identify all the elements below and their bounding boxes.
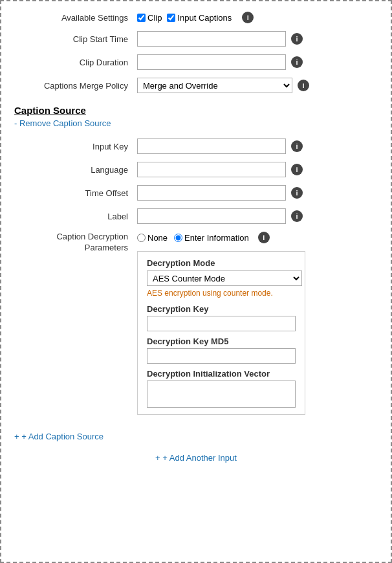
decryption-mode-select[interactable]: AES Counter Mode AES CBC Mode [147,270,302,286]
label-field-info-icon[interactable]: i [291,210,303,222]
decryption-key-md5-input[interactable] [147,348,296,364]
clip-checkbox[interactable] [137,14,146,22]
input-key-label: Input Key [14,142,137,151]
time-offset-label: Time Offset [14,188,137,198]
radio-none-label: None [147,233,168,243]
available-settings-info-icon[interactable]: i [242,12,254,23]
available-settings-label: Available Settings [14,13,137,23]
decryption-key-md5-title: Decryption Key MD5 [147,337,296,346]
radio-enter-info-label: Enter Information [184,233,249,243]
caption-source-title: Caption Source [14,105,378,116]
language-input[interactable] [137,162,286,177]
clip-duration-info-icon[interactable]: i [291,56,303,68]
input-captions-checkbox[interactable] [167,14,175,22]
decryption-mode-description: AES encryption using counter mode. [147,289,296,298]
time-offset-input[interactable] [137,185,286,201]
input-key-input[interactable] [137,138,286,154]
remove-caption-source-link[interactable]: Remove Caption Source [14,118,111,128]
captions-merge-policy-info-icon[interactable]: i [298,80,309,91]
time-offset-info-icon[interactable]: i [291,187,303,199]
decryption-key-title: Decryption Key [147,304,296,314]
decryption-key-input[interactable] [147,316,296,331]
label-field-input[interactable] [137,208,286,224]
decryption-box: Decryption Mode AES Counter Mode AES CBC… [137,251,305,415]
input-captions-label: Input Captions [177,13,232,23]
add-caption-source-link[interactable]: + Add Caption Source [14,432,103,441]
clip-duration-label: Clip Duration [14,58,137,67]
language-label: Language [14,165,137,175]
clip-label: Clip [147,13,162,23]
language-info-icon[interactable]: i [291,164,303,175]
decryption-init-vector-title: Decryption Initialization Vector [147,369,296,379]
label-field-label: Label [14,212,137,221]
add-another-input-link[interactable]: + Add Another Input [155,453,237,463]
input-key-info-icon[interactable]: i [291,140,303,152]
decryption-mode-title: Decryption Mode [147,258,296,268]
available-settings-checkboxes: Clip Input Captions i [137,12,254,23]
radio-enter-info[interactable] [174,234,182,242]
decryption-init-vector-input[interactable] [147,381,296,408]
clip-start-time-input[interactable] [137,31,286,47]
radio-none[interactable] [137,234,146,242]
caption-decryption-info-icon[interactable]: i [258,232,270,243]
clip-start-time-info-icon[interactable]: i [291,33,303,45]
clip-start-time-label: Clip Start Time [14,34,137,44]
captions-merge-policy-select[interactable]: Merge and Override Override Merge [137,78,292,93]
caption-decryption-label: Caption Decryption Parameters [14,232,137,254]
captions-merge-policy-label: Captions Merge Policy [14,81,137,91]
clip-duration-input[interactable] [137,54,286,70]
